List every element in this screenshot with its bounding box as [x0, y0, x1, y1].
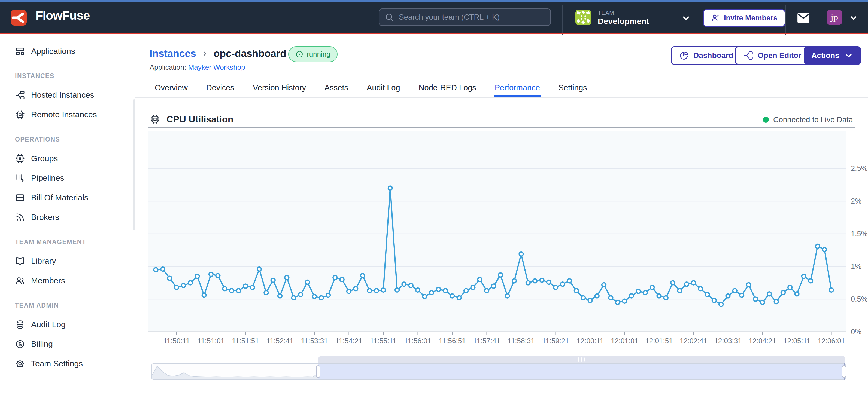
- sidebar-item-library[interactable]: Library: [0, 251, 135, 271]
- sidebar-item-bill-of-materials[interactable]: Bill Of Materials: [0, 188, 135, 207]
- sidebar-item-label: Bill Of Materials: [31, 193, 88, 202]
- sidebar-item-billing[interactable]: Billing: [0, 334, 135, 354]
- breadcrumb: Instances opc-dashboard: [150, 47, 286, 61]
- sidebar-item-label: Team Settings: [31, 359, 83, 368]
- tab-assets[interactable]: Assets: [323, 81, 349, 97]
- cog-icon: [15, 359, 25, 369]
- svg-text:11:53:31: 11:53:31: [301, 337, 328, 345]
- chart-range-scrubber: [151, 356, 846, 380]
- svg-text:12:01:01: 12:01:01: [611, 337, 638, 345]
- svg-text:12:04:21: 12:04:21: [749, 337, 776, 345]
- cpu-utilisation-chart[interactable]: 0%0.5%1%1.5%2%2.5%11:50:1111:51:0111:51:…: [149, 131, 868, 347]
- svg-text:0.5%: 0.5%: [851, 295, 868, 303]
- sidebar-item-label: Groups: [31, 154, 58, 163]
- team-search[interactable]: [379, 8, 551, 26]
- svg-text:12:00:11: 12:00:11: [577, 337, 603, 345]
- scrubber-grip[interactable]: [578, 357, 585, 362]
- open-editor-button[interactable]: Open Editor: [735, 46, 810, 65]
- svg-text:11:52:41: 11:52:41: [267, 337, 293, 345]
- panel-header: CPU Utilisation: [150, 114, 234, 125]
- node-flow-icon: [743, 50, 753, 61]
- sidebar-section-team-admin: TEAM ADMIN: [0, 290, 135, 315]
- sidebar-nav: ApplicationsINSTANCESHosted InstancesRem…: [0, 34, 135, 411]
- breadcrumb-instances-link[interactable]: Instances: [150, 48, 196, 59]
- svg-text:12:03:31: 12:03:31: [714, 337, 742, 345]
- brand-title[interactable]: FlowFuse: [35, 8, 90, 23]
- flowfuse-app: FlowFuse: [0, 0, 868, 411]
- sidebar-item-label: Hosted Instances: [31, 90, 94, 100]
- panel-title: CPU Utilisation: [166, 114, 234, 125]
- database-icon: [15, 319, 25, 330]
- svg-text:2%: 2%: [851, 197, 862, 205]
- svg-text:11:58:31: 11:58:31: [507, 337, 534, 345]
- flow-icon: [15, 90, 25, 100]
- svg-text:11:51:51: 11:51:51: [232, 337, 259, 345]
- svg-text:11:54:21: 11:54:21: [335, 337, 362, 345]
- actions-button[interactable]: Actions: [804, 46, 861, 65]
- team-avatar[interactable]: [576, 9, 591, 25]
- scrubber-left-handle[interactable]: [316, 365, 320, 378]
- sidebar-scrollbar[interactable]: [133, 99, 135, 230]
- team-label: TEAM:: [598, 9, 616, 16]
- chip-icon: [15, 110, 25, 120]
- svg-text:0%: 0%: [851, 328, 862, 336]
- scrubber-right-handle[interactable]: [842, 365, 846, 378]
- sidebar-section-operations: OPERATIONS: [0, 125, 135, 149]
- sidebar-item-members[interactable]: Members: [0, 271, 135, 290]
- sidebar-item-label: Billing: [31, 339, 53, 349]
- application-link[interactable]: Mayker Workshop: [188, 63, 245, 71]
- tab-performance[interactable]: Performance: [494, 81, 541, 97]
- pie-chart-icon: [679, 50, 689, 61]
- application-label: Application:: [150, 63, 186, 71]
- pipeline-icon: [15, 173, 25, 183]
- svg-text:12:06:01: 12:06:01: [817, 337, 845, 345]
- search-input[interactable]: [398, 12, 545, 22]
- app-header: FlowFuse: [0, 2, 868, 33]
- svg-text:1%: 1%: [851, 262, 862, 271]
- play-circle-icon: [295, 50, 304, 58]
- status-badge: running: [288, 46, 338, 62]
- tab-devices[interactable]: Devices: [205, 81, 236, 97]
- invite-members-button[interactable]: Invite Members: [703, 9, 785, 27]
- chip-cog-icon: [15, 153, 25, 164]
- svg-text:11:56:51: 11:56:51: [439, 337, 466, 345]
- header-divider: [785, 5, 786, 35]
- sidebar-item-label: Remote Instances: [31, 110, 97, 119]
- scrubber-selection[interactable]: [318, 364, 845, 380]
- svg-text:12:01:51: 12:01:51: [645, 337, 673, 345]
- sidebar-item-team-settings[interactable]: Team Settings: [0, 354, 135, 373]
- cpu-chip-icon: [150, 114, 160, 125]
- book-icon: [15, 256, 25, 266]
- sidebar-item-remote-instances[interactable]: Remote Instances: [0, 105, 135, 125]
- sidebar-item-brokers[interactable]: Brokers: [0, 207, 135, 227]
- flowfuse-logo-icon[interactable]: [11, 10, 27, 26]
- scrubber-track[interactable]: [151, 363, 846, 380]
- users-icon: [15, 276, 25, 286]
- dashboard-label: Dashboard: [693, 51, 733, 60]
- user-avatar[interactable]: jp: [827, 9, 842, 25]
- sidebar-item-pipelines[interactable]: Pipelines: [0, 168, 135, 188]
- panel-divider: [149, 127, 856, 128]
- mail-icon[interactable]: [797, 13, 810, 23]
- sidebar-item-label: Pipelines: [31, 173, 64, 183]
- tab-node-red-logs[interactable]: Node-RED Logs: [417, 81, 477, 97]
- chevron-right-icon: [201, 50, 209, 58]
- svg-text:11:56:01: 11:56:01: [404, 337, 431, 345]
- user-menu-chevron-down-icon[interactable]: [849, 13, 858, 23]
- sidebar-item-applications[interactable]: Applications: [0, 41, 135, 61]
- search-icon: [385, 12, 394, 22]
- dashboard-button[interactable]: Dashboard: [671, 46, 742, 65]
- sidebar-item-audit-log[interactable]: Audit Log: [0, 315, 135, 334]
- user-plus-icon: [711, 13, 720, 23]
- sidebar-item-groups[interactable]: Groups: [0, 149, 135, 168]
- team-name[interactable]: Development: [598, 16, 649, 26]
- tab-settings[interactable]: Settings: [557, 81, 588, 97]
- tab-audit-log[interactable]: Audit Log: [366, 81, 401, 97]
- team-chevron-down-icon[interactable]: [681, 13, 691, 23]
- svg-text:11:57:41: 11:57:41: [473, 337, 500, 345]
- sidebar-item-hosted-instances[interactable]: Hosted Instances: [0, 85, 135, 105]
- sidebar-item-label: Library: [31, 256, 56, 266]
- sidebar-section-team-management: TEAM MANAGEMENT: [0, 227, 135, 251]
- tab-overview[interactable]: Overview: [154, 81, 189, 97]
- tab-version-history[interactable]: Version History: [252, 81, 307, 97]
